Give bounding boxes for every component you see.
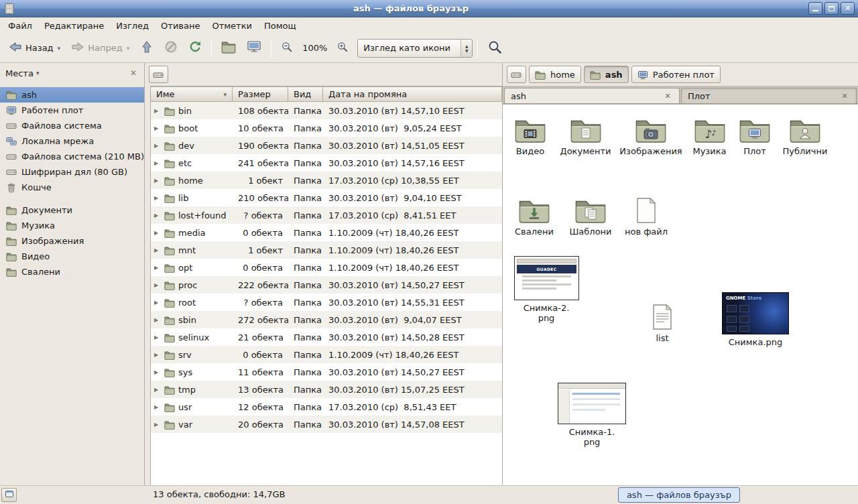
expander-icon[interactable]: ▶ bbox=[154, 369, 162, 375]
menu-item-2[interactable]: Редактиране bbox=[38, 17, 110, 34]
column-header-date[interactable]: Дата на промяна bbox=[323, 86, 502, 102]
folder-item-b-1[interactable]: Свалени bbox=[507, 196, 562, 237]
sidebar-item-1-0[interactable]: Документи bbox=[0, 202, 144, 218]
column-header-type[interactable]: Вид bbox=[288, 86, 323, 102]
tab-close-icon[interactable]: ✕ bbox=[662, 90, 673, 101]
table-row-boot[interactable]: ▶boot10 обектаПапка30.03.2010 (вт) 9,05,… bbox=[151, 119, 502, 137]
folder-item-b-3[interactable]: нов файл bbox=[619, 196, 673, 237]
sidebar-item-1-2[interactable]: Изображения bbox=[0, 233, 144, 249]
pathbar-filesystem-button[interactable] bbox=[507, 66, 526, 83]
back-dropdown-icon[interactable]: ▾ bbox=[58, 45, 61, 52]
table-row-media[interactable]: ▶media0 обектаПапка1.10.2009 (чт) 18,40,… bbox=[151, 224, 502, 241]
table-row-proc[interactable]: ▶proc222 обектаПапка30.03.2010 (вт) 14,5… bbox=[151, 276, 502, 294]
tab-2[interactable]: Плот✕ bbox=[681, 88, 857, 103]
taskbar-window-button[interactable]: ash — файлов браузър bbox=[618, 487, 740, 503]
sidebar-item-1-1[interactable]: Музика bbox=[0, 218, 144, 233]
up-button[interactable] bbox=[135, 37, 158, 60]
pathbar-button-1[interactable]: home bbox=[529, 66, 581, 83]
view-mode-combobox[interactable]: Изглед като икони ▲▼ bbox=[357, 39, 473, 58]
column-header-size[interactable]: Размер bbox=[233, 86, 288, 102]
combo-stepper-icon[interactable]: ▲▼ bbox=[461, 40, 472, 57]
expander-icon[interactable]: ▶ bbox=[154, 247, 162, 253]
panel-mini-button[interactable] bbox=[1, 488, 17, 502]
folder-item-6[interactable]: Публични bbox=[775, 115, 835, 156]
forward-button[interactable]: Напред ▾ bbox=[66, 37, 134, 60]
search-button[interactable] bbox=[483, 37, 507, 60]
file-icon-loose-2[interactable]: list bbox=[635, 302, 689, 343]
folder-item-3[interactable]: Изображения bbox=[617, 115, 684, 156]
table-row-mnt[interactable]: ▶mnt1 обектПапка1.10.2009 (чт) 18,40,26 … bbox=[151, 241, 502, 259]
back-button[interactable]: Назад ▾ bbox=[4, 37, 65, 60]
minimize-button[interactable] bbox=[808, 2, 822, 15]
table-row-selinux[interactable]: ▶selinux21 обектаПапка30.03.2010 (вт) 14… bbox=[151, 328, 502, 346]
expander-icon[interactable]: ▶ bbox=[154, 387, 162, 393]
zoom-out-button[interactable] bbox=[276, 37, 298, 60]
pathbar-button-2[interactable]: ash bbox=[584, 66, 629, 83]
menu-item-1[interactable]: Файл bbox=[2, 17, 38, 34]
table-row-opt[interactable]: ▶opt0 обектаПапка1.10.2009 (чт) 18,40,26… bbox=[151, 259, 502, 276]
table-row-etc[interactable]: ▶etc241 обектаПапка30.03.2010 (вт) 14,57… bbox=[151, 154, 502, 172]
titlebar[interactable]: ash — файлов браузър ✕ bbox=[0, 0, 858, 17]
expander-icon[interactable]: ▶ bbox=[154, 334, 162, 340]
expander-icon[interactable]: ▶ bbox=[154, 160, 162, 166]
table-row-bin[interactable]: ▶bin108 обектаПапка30.03.2010 (вт) 14,57… bbox=[151, 102, 502, 119]
sidebar-item-0-4[interactable]: Файлова система (210 MB) bbox=[0, 149, 144, 164]
tab-close-icon[interactable]: ✕ bbox=[839, 90, 850, 101]
zoom-in-button[interactable] bbox=[332, 37, 353, 60]
menu-item-3[interactable]: Изглед bbox=[110, 17, 155, 34]
expander-icon[interactable]: ▶ bbox=[154, 352, 162, 358]
expander-icon[interactable]: ▶ bbox=[154, 404, 162, 410]
maximize-button[interactable] bbox=[824, 2, 839, 15]
expander-icon[interactable]: ▶ bbox=[154, 143, 162, 149]
table-row-var[interactable]: ▶var20 обектаПапка30.03.2010 (вт) 14,57,… bbox=[151, 416, 502, 433]
table-row-sbin[interactable]: ▶sbin272 обектаПапка30.03.2010 (вт) 9,04… bbox=[151, 311, 502, 328]
sidebar-close-icon[interactable]: ✕ bbox=[128, 68, 139, 78]
expander-icon[interactable]: ▶ bbox=[154, 282, 162, 288]
expander-icon[interactable]: ▶ bbox=[154, 195, 162, 201]
stop-button[interactable] bbox=[160, 37, 182, 60]
icon-view[interactable]: ВидеоДокументиИзображения♪♪МузикаПлотПуб… bbox=[503, 104, 858, 485]
sidebar-item-0-1[interactable]: Работен плот bbox=[0, 103, 144, 118]
file-icon-loose-1[interactable]: GUADECСнимка-2. png bbox=[511, 256, 582, 323]
sidebar-title[interactable]: Места bbox=[5, 68, 34, 78]
sidebar-item-0-3[interactable]: Локална мрежа bbox=[0, 133, 144, 149]
table-row-home[interactable]: ▶home1 обектПапка17.03.2010 (ср) 10,38,5… bbox=[151, 172, 502, 189]
expander-icon[interactable]: ▶ bbox=[154, 230, 162, 236]
expander-icon[interactable]: ▶ bbox=[154, 212, 162, 218]
table-row-dev[interactable]: ▶dev190 обектаПапка30.03.2010 (вт) 14,51… bbox=[151, 137, 502, 154]
menu-item-6[interactable]: Помощ bbox=[258, 17, 302, 34]
close-button[interactable]: ✕ bbox=[841, 2, 855, 15]
folder-item-2[interactable]: Документи bbox=[554, 115, 617, 156]
folder-item-5[interactable]: Плот bbox=[735, 115, 775, 156]
expander-icon[interactable]: ▶ bbox=[154, 422, 162, 428]
expander-icon[interactable]: ▶ bbox=[154, 300, 162, 306]
folder-item-b-2[interactable]: Шаблони bbox=[562, 196, 619, 237]
column-header-name[interactable]: Име ▾ bbox=[151, 86, 233, 102]
sidebar-title-dropdown-icon[interactable]: ▾ bbox=[36, 70, 40, 76]
menu-item-4[interactable]: Отиване bbox=[155, 17, 206, 34]
sidebar-item-0-6[interactable]: Кошче bbox=[0, 180, 144, 195]
table-row-srv[interactable]: ▶srv0 обектаПапка1.10.2009 (чт) 18,40,26… bbox=[151, 346, 502, 363]
reload-button[interactable] bbox=[184, 37, 206, 60]
table-row-tmp[interactable]: ▶tmp13 обектаПапка30.03.2010 (вт) 15,07,… bbox=[151, 381, 502, 398]
sidebar-item-0-5[interactable]: Шифриран дял (80 GB) bbox=[0, 164, 144, 180]
home-button[interactable] bbox=[217, 37, 241, 60]
file-icon-loose-3[interactable]: GNOME StoreСнимка.png bbox=[719, 292, 792, 347]
folder-item-1[interactable]: Видео bbox=[507, 115, 554, 156]
folder-item-4[interactable]: ♪♪Музика bbox=[684, 115, 735, 156]
tab-1[interactable]: ash✕ bbox=[504, 88, 680, 103]
computer-button[interactable] bbox=[242, 37, 266, 60]
sidebar-item-1-4[interactable]: Свалени bbox=[0, 264, 144, 279]
table-row-root[interactable]: ▶root? обектаПапка30.03.2010 (вт) 14,55,… bbox=[151, 294, 502, 311]
expander-icon[interactable]: ▶ bbox=[154, 178, 162, 184]
table-row-lib[interactable]: ▶lib210 обектаПапка30.03.2010 (вт) 9,04,… bbox=[151, 189, 502, 206]
menu-item-5[interactable]: Отметки bbox=[206, 17, 257, 34]
pathbar-button-3[interactable]: Работен плот bbox=[631, 66, 721, 83]
sidebar-item-1-3[interactable]: Видео bbox=[0, 249, 144, 264]
sidebar-item-0-0[interactable]: ash bbox=[0, 87, 144, 103]
pathbar-root-button[interactable] bbox=[149, 66, 168, 83]
sidebar-item-0-2[interactable]: Файлова система bbox=[0, 118, 144, 133]
expander-icon[interactable]: ▶ bbox=[154, 265, 162, 271]
table-row-usr[interactable]: ▶usr12 обектаПапка17.03.2010 (ср) 8,51,4… bbox=[151, 398, 502, 416]
table-row-sys[interactable]: ▶sys11 обектаПапка30.03.2010 (вт) 14,50,… bbox=[151, 363, 502, 381]
